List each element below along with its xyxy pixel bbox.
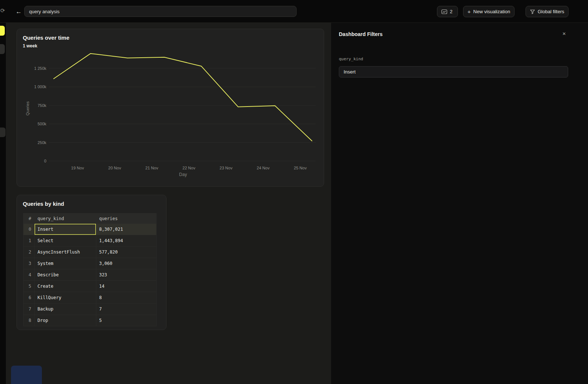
row-index-cell[interactable]: 1 [24, 235, 35, 247]
table-header-row: #query_kindqueries [24, 213, 157, 224]
dashboard-canvas: Queries over time 1 week 0250k500k750k1 … [6, 23, 331, 384]
table-row: 1Select1,443,894 [24, 235, 157, 247]
sidebar-item[interactable] [0, 128, 6, 137]
queries-over-time-chart: 0250k500k750k1 000k1 250k19 Nov20 Nov21 … [17, 29, 325, 187]
svg-text:0: 0 [44, 159, 46, 163]
sidebar-item[interactable] [0, 44, 5, 54]
queries-cell[interactable]: 7 [96, 304, 156, 315]
row-index-cell[interactable]: 0 [24, 224, 35, 235]
filter-selected-value: Insert [344, 69, 356, 75]
query-kind-cell[interactable]: Backup [34, 304, 96, 315]
queries-cell[interactable]: 323 [96, 269, 156, 281]
y-axis-label: Queries [25, 101, 30, 115]
svg-text:24 Nov: 24 Nov [257, 166, 270, 170]
table-row: 3System3,060 [24, 258, 157, 269]
column-header-queries[interactable]: queries [96, 213, 156, 224]
svg-text:750k: 750k [37, 103, 46, 108]
svg-text:500k: 500k [37, 122, 46, 126]
row-index-cell[interactable]: 4 [24, 269, 35, 281]
filter-field-label: query_kind [339, 57, 363, 61]
column-header-index[interactable]: # [24, 213, 35, 224]
queries-cell[interactable]: 1,443,894 [96, 235, 156, 247]
query-kind-cell[interactable]: KillQuery [34, 292, 96, 304]
query-kind-cell[interactable]: Drop [34, 315, 96, 326]
queries-line-series [54, 54, 312, 141]
left-rail [0, 23, 6, 384]
table-row: 4Describe323 [24, 269, 157, 281]
query-kind-cell[interactable]: Insert [34, 224, 96, 235]
x-axis-label: Day [179, 172, 187, 177]
svg-text:21 Nov: 21 Nov [146, 166, 158, 170]
table-title: Queries by kind [23, 201, 64, 207]
queries-over-time-card: Queries over time 1 week 0250k500k750k1 … [17, 29, 324, 187]
query-kind-cell[interactable]: Describe [34, 269, 96, 281]
table-row: 7Backup7 [24, 304, 157, 315]
table-row: 2AsyncInsertFlush577,820 [24, 247, 157, 258]
top-bar: ⟳ ← 2 + New visualization Global [0, 0, 588, 23]
queries-cell[interactable]: 577,820 [96, 247, 156, 258]
visualization-count: 2 [450, 9, 452, 14]
table-row: 8Drop5 [24, 315, 157, 326]
global-filters-button[interactable]: Global filters [526, 6, 569, 17]
svg-text:22 Nov: 22 Nov [183, 166, 196, 170]
back-arrow-icon: ← [16, 8, 22, 15]
query-kind-cell[interactable]: AsyncInsertFlush [34, 247, 96, 258]
bottom-left-partial-widget [11, 366, 42, 384]
global-filters-label: Global filters [538, 9, 564, 14]
query-kind-cell[interactable]: Create [34, 281, 96, 292]
close-panel-button[interactable]: ✕ [560, 29, 569, 38]
new-visualization-label: New visualization [473, 9, 510, 14]
queries-cell[interactable]: 8,307,021 [96, 224, 156, 235]
refresh-icon[interactable]: ⟳ [0, 7, 5, 14]
table-row: 6KillQuery8 [24, 292, 157, 304]
query-kind-filter-select[interactable]: Insert [339, 66, 568, 78]
back-button[interactable]: ← [14, 7, 24, 17]
svg-text:1 000k: 1 000k [34, 85, 47, 89]
svg-text:19 Nov: 19 Nov [71, 166, 84, 170]
row-index-cell[interactable]: 7 [24, 304, 35, 315]
close-icon: ✕ [562, 31, 566, 36]
dashboard-title-input[interactable] [24, 6, 297, 17]
table-row: 0Insert8,307,021 [24, 224, 157, 235]
row-index-cell[interactable]: 5 [24, 281, 35, 292]
funnel-icon [530, 9, 535, 14]
svg-text:250k: 250k [37, 140, 46, 145]
column-header-query_kind[interactable]: query_kind [34, 213, 96, 224]
query-kind-cell[interactable]: Select [34, 235, 96, 247]
row-index-cell[interactable]: 8 [24, 315, 35, 326]
queries-cell[interactable]: 5 [96, 315, 156, 326]
queries-cell[interactable]: 3,060 [96, 258, 156, 269]
svg-text:23 Nov: 23 Nov [220, 166, 233, 170]
table-row: 5Create14 [24, 281, 157, 292]
visualization-count-button[interactable]: 2 [437, 6, 458, 17]
svg-text:1 250k: 1 250k [34, 66, 47, 71]
query-kind-cell[interactable]: System [34, 258, 96, 269]
row-index-cell[interactable]: 2 [24, 247, 35, 258]
dashboard-app: ⟳ ← 2 + New visualization Global [0, 0, 588, 384]
plus-icon: + [467, 9, 471, 14]
queries-by-kind-table: #query_kindqueries 0Insert8,307,0211Sele… [23, 213, 157, 326]
filters-panel-title: Dashboard Filters [339, 31, 383, 37]
svg-text:25 Nov: 25 Nov [294, 166, 307, 170]
sidebar-item-active[interactable] [0, 26, 5, 36]
queries-cell[interactable]: 8 [96, 292, 156, 304]
chart-panel-icon [441, 9, 447, 14]
row-index-cell[interactable]: 6 [24, 292, 35, 304]
dashboard-filters-panel: Dashboard Filters ✕ query_kind Insert [331, 23, 588, 384]
new-visualization-button[interactable]: + New visualization [463, 6, 514, 17]
svg-text:20 Nov: 20 Nov [108, 166, 121, 170]
row-index-cell[interactable]: 3 [24, 258, 35, 269]
queries-by-kind-card: Queries by kind #query_kindqueries 0Inse… [17, 195, 166, 330]
queries-cell[interactable]: 14 [96, 281, 156, 292]
